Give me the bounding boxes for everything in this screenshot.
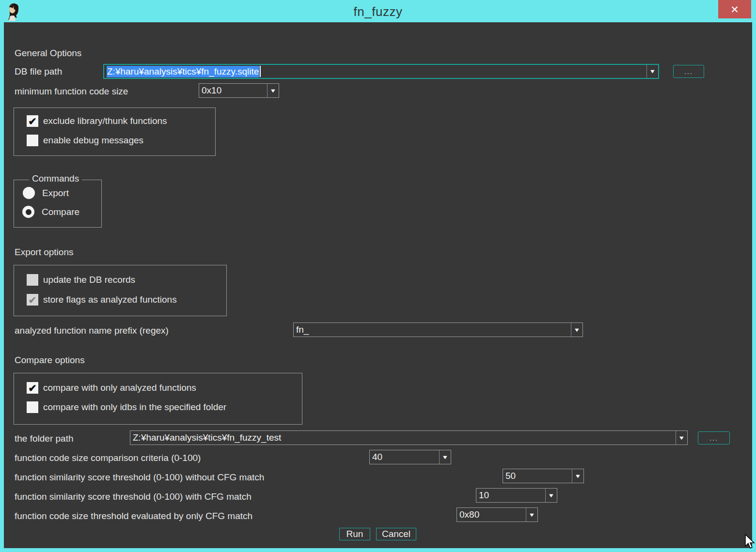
- cancel-button[interactable]: Cancel: [376, 528, 416, 540]
- checkbox: ✔: [27, 115, 38, 127]
- compare-idbs-checkbox-row[interactable]: ✔ compare with only idbs in the specifie…: [27, 401, 226, 413]
- compare-options-group: ✔ compare with only analyzed functions ✔…: [14, 373, 302, 425]
- min-code-size-value: 0x10: [199, 84, 267, 97]
- dialog-body: General Options DB file path Z:¥haru¥ana…: [4, 22, 752, 548]
- prefix-combo[interactable]: fn_ ▼: [293, 322, 583, 337]
- db-file-path-label: DB file path: [15, 65, 62, 78]
- folder-path-value: Z:¥haru¥analysis¥tics¥fn_fuzzy_test: [130, 431, 676, 445]
- chevron-down-icon: ▼: [548, 493, 554, 498]
- enable-debug-checkbox-row[interactable]: ✔ enable debug messages: [27, 135, 143, 146]
- min-code-size-label: minimum function code size: [15, 85, 128, 98]
- sim-without-cfg-combo[interactable]: 50 ▼: [503, 469, 584, 483]
- prefix-label: analyzed function name prefix (regex): [15, 324, 169, 337]
- checkbox: ✔: [27, 135, 38, 146]
- sim-with-cfg-combo[interactable]: 10 ▼: [476, 488, 557, 503]
- checkbox: ✔: [27, 274, 38, 286]
- mouse-cursor: [741, 534, 755, 551]
- radio-button: [22, 206, 34, 218]
- sim-with-cfg-value: 10: [476, 489, 545, 502]
- store-flags-checkbox-row[interactable]: ✔ store flags as analyzed functions: [27, 294, 177, 306]
- checkbox-label: store flags as analyzed functions: [43, 294, 177, 305]
- prefix-value: fn_: [294, 323, 571, 337]
- check-icon: ✔: [28, 116, 37, 126]
- titlebar[interactable]: fn_fuzzy ✕: [0, 0, 756, 22]
- export-radio-row[interactable]: Export: [23, 187, 69, 199]
- compare-analyzed-checkbox-row[interactable]: ✔ compare with only analyzed functions: [27, 382, 196, 394]
- checkbox: ✔: [27, 294, 38, 306]
- chevron-down-icon: ▼: [573, 327, 580, 333]
- check-icon: ✔: [28, 383, 37, 393]
- sim-with-cfg-dropdown[interactable]: ▼: [545, 489, 557, 502]
- compare-radio-row[interactable]: Compare: [22, 206, 79, 218]
- size-cfg-only-dropdown[interactable]: ▼: [526, 508, 537, 521]
- size-cfg-only-label: function code size threshold evaluated b…: [15, 509, 252, 522]
- checkbox-label: enable debug messages: [43, 135, 143, 146]
- chevron-down-icon: ▼: [528, 512, 535, 518]
- folder-path-dropdown[interactable]: ▼: [676, 431, 687, 445]
- window: fn_fuzzy ✕ General Options DB file path …: [0, 0, 756, 552]
- general-checkbox-group: ✔ exclude library/thunk functions ✔ enab…: [14, 107, 216, 156]
- exclude-library-checkbox-row[interactable]: ✔ exclude library/thunk functions: [27, 115, 167, 127]
- criteria-combo[interactable]: 40 ▼: [369, 450, 451, 464]
- prefix-dropdown[interactable]: ▼: [571, 323, 583, 337]
- db-file-path-dropdown[interactable]: ▼: [646, 65, 658, 78]
- sim-without-cfg-label: function similarity score threshold (0-1…: [15, 471, 264, 484]
- db-file-path-value: Z:¥haru¥analysis¥tics¥fn_fuzzy.sqlite: [104, 65, 646, 78]
- checkbox-label: update the DB records: [43, 275, 135, 285]
- folder-path-label: the folder path: [15, 432, 73, 445]
- close-icon: ✕: [730, 4, 739, 15]
- chevron-down-icon: ▼: [269, 88, 276, 93]
- sim-without-cfg-dropdown[interactable]: ▼: [572, 469, 583, 483]
- run-button[interactable]: Run: [339, 528, 370, 540]
- text-caret: [260, 66, 261, 77]
- folder-path-browse-button[interactable]: ...: [698, 431, 730, 445]
- size-cfg-only-combo[interactable]: 0x80 ▼: [457, 507, 538, 522]
- selected-text: Z:¥haru¥analysis¥tics¥fn_fuzzy.sqlite: [107, 66, 259, 77]
- checkbox-label: compare with only analyzed functions: [43, 383, 196, 393]
- sim-with-cfg-label: function similarity score threshold (0-1…: [15, 490, 252, 503]
- sim-without-cfg-value: 50: [503, 469, 572, 483]
- radio-label: Export: [42, 188, 69, 199]
- window-title: fn_fuzzy: [0, 4, 756, 19]
- close-button[interactable]: ✕: [718, 0, 751, 18]
- min-code-size-dropdown[interactable]: ▼: [267, 84, 279, 97]
- check-icon: ✔: [28, 295, 37, 305]
- checkbox-label: compare with only idbs in the specified …: [43, 402, 226, 413]
- folder-path-combo[interactable]: Z:¥haru¥analysis¥tics¥fn_fuzzy_test ▼: [130, 430, 688, 445]
- section-export-options: Export options: [15, 245, 73, 259]
- radio-dot: [26, 209, 32, 215]
- db-file-path-combo[interactable]: Z:¥haru¥analysis¥tics¥fn_fuzzy.sqlite ▼: [103, 64, 659, 79]
- export-options-group: ✔ update the DB records ✔ store flags as…: [14, 265, 227, 316]
- criteria-label: function code size comparison criteria (…: [15, 451, 201, 464]
- radio-button: [23, 187, 35, 199]
- checkbox: ✔: [27, 382, 38, 394]
- radio-label: Compare: [42, 207, 79, 217]
- checkbox-label: exclude library/thunk functions: [43, 116, 167, 126]
- update-db-checkbox-row[interactable]: ✔ update the DB records: [27, 274, 135, 286]
- commands-legend: Commands: [29, 173, 82, 184]
- size-cfg-only-value: 0x80: [457, 508, 526, 521]
- checkbox: ✔: [27, 401, 38, 413]
- chevron-down-icon: ▼: [678, 435, 685, 441]
- section-general-options: General Options: [15, 46, 81, 60]
- criteria-dropdown[interactable]: ▼: [439, 450, 451, 464]
- chevron-down-icon: ▼: [649, 69, 656, 74]
- db-file-path-browse-button[interactable]: ...: [673, 65, 704, 78]
- commands-fieldset: Commands Export Compare: [14, 180, 102, 228]
- section-compare-options: Compare options: [15, 353, 85, 367]
- chevron-down-icon: ▼: [441, 455, 448, 460]
- min-code-size-combo[interactable]: 0x10 ▼: [199, 83, 279, 98]
- criteria-value: 40: [370, 450, 439, 464]
- chevron-down-icon: ▼: [574, 474, 581, 479]
